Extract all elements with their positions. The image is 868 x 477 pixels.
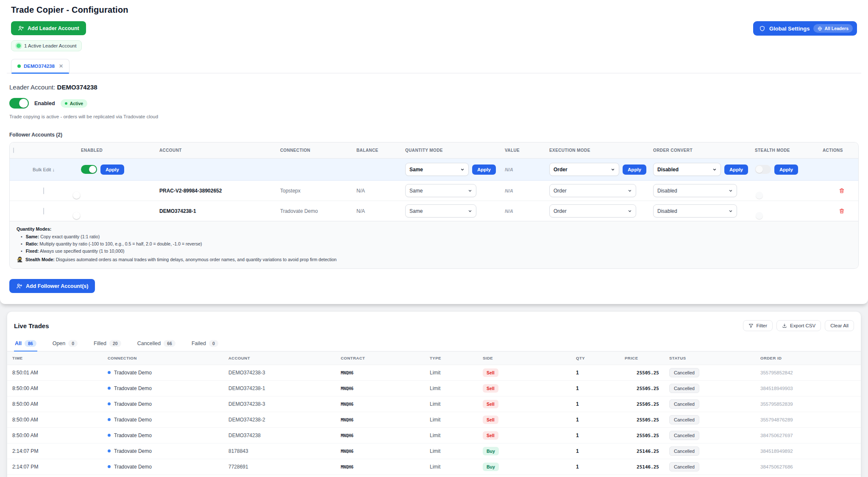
tab-open[interactable]: Open0 bbox=[52, 336, 78, 351]
status-badge: Cancelled bbox=[669, 446, 699, 456]
bulk-execution-apply-button[interactable]: Apply bbox=[623, 165, 646, 175]
trade-time: 8:50:00 AM bbox=[7, 428, 103, 444]
trade-order-id: 355795852842 bbox=[755, 365, 861, 381]
trade-order-id: 384518949903 bbox=[755, 381, 861, 396]
trash-icon bbox=[839, 208, 845, 214]
trade-connection: Tradovate Demo bbox=[114, 417, 152, 423]
connection-dot-icon bbox=[108, 418, 111, 421]
trade-account: DEMO374238 bbox=[223, 428, 336, 444]
connection-dot-icon bbox=[108, 449, 111, 452]
bulk-enabled-toggle[interactable] bbox=[81, 165, 97, 174]
trade-time: 8:50:00 AM bbox=[7, 396, 103, 412]
execution-mode-select[interactable]: Order bbox=[549, 204, 636, 218]
status-badge: Cancelled bbox=[669, 384, 699, 393]
bulk-stealth-toggle[interactable] bbox=[755, 165, 771, 174]
add-leader-account-button[interactable]: Add Leader Account bbox=[11, 21, 86, 35]
bulk-quantity-apply-button[interactable]: Apply bbox=[472, 165, 496, 175]
chevron-down-icon bbox=[628, 189, 632, 193]
trade-price: 25146.25 bbox=[620, 459, 664, 475]
tab-all[interactable]: All86 bbox=[14, 336, 37, 351]
trade-account: DEMO374238-1 bbox=[223, 381, 336, 396]
bulk-edit-row: Bulk Edit ↓ Apply Same Apply N/A Order bbox=[10, 159, 859, 181]
trade-connection: Tradovate Demo bbox=[114, 464, 152, 470]
trade-contract: MNQH6 bbox=[336, 459, 425, 475]
trade-time: 2:14:07 PM bbox=[7, 459, 103, 475]
trade-account: 8178843 bbox=[223, 444, 336, 459]
enabled-label: Enabled bbox=[34, 100, 55, 106]
chevron-down-icon bbox=[712, 167, 717, 172]
col-time: TIME bbox=[7, 351, 103, 365]
trade-qty: 1 bbox=[571, 396, 620, 412]
trade-order-id: 384750627686 bbox=[755, 459, 861, 475]
trade-type: Limit bbox=[425, 396, 478, 412]
trade-type: Limit bbox=[425, 459, 478, 475]
execution-mode-select[interactable]: Order bbox=[549, 184, 636, 197]
trade-connection: Tradovate Demo bbox=[114, 401, 152, 407]
trade-time: 8:50:01 AM bbox=[7, 365, 103, 381]
follower-account-name: PRAC-V2-89984-38902652 bbox=[159, 188, 222, 194]
shield-icon bbox=[759, 25, 765, 32]
col-type: TYPE bbox=[425, 351, 478, 365]
quantity-mode-select[interactable]: Same bbox=[405, 204, 476, 218]
tab-close-icon[interactable]: ✕ bbox=[59, 63, 63, 69]
chevron-down-icon bbox=[628, 209, 632, 213]
trash-icon bbox=[839, 187, 845, 194]
bulk-execution-mode-select[interactable]: Order bbox=[549, 163, 619, 176]
trade-connection: Tradovate Demo bbox=[114, 432, 152, 438]
trade-contract: MNQH6 bbox=[336, 365, 425, 381]
delete-follower-button[interactable] bbox=[839, 187, 845, 194]
trade-time: 2:14:07 PM bbox=[7, 444, 103, 459]
col-stealth-mode: STEALTH MODE bbox=[751, 142, 819, 159]
status-badge: Cancelled bbox=[669, 368, 699, 377]
bulk-quantity-mode-select[interactable]: Same bbox=[405, 163, 469, 176]
trade-contract: MNQH6 bbox=[336, 444, 425, 459]
select-all-checkbox[interactable] bbox=[13, 148, 14, 153]
global-settings-button[interactable]: Global Settings All Leaders bbox=[753, 21, 857, 36]
trade-row: 8:50:00 AM Tradovate Demo DEMO374238-3 M… bbox=[7, 396, 861, 412]
order-convert-select[interactable]: Disabled bbox=[653, 204, 737, 218]
tab-failed[interactable]: Failed0 bbox=[191, 336, 219, 351]
leader-tabbar: DEMO374238 ✕ bbox=[7, 59, 861, 73]
active-status-badge: Active bbox=[61, 99, 88, 108]
tab-leader-demo374238[interactable]: DEMO374238 ✕ bbox=[11, 59, 70, 73]
status-badge: Cancelled bbox=[669, 415, 699, 424]
tab-filled[interactable]: Filled20 bbox=[93, 336, 122, 351]
col-execution-mode: EXECUTION MODE bbox=[546, 142, 650, 159]
filter-icon bbox=[748, 323, 754, 328]
status-badge: Cancelled bbox=[669, 399, 699, 409]
col-connection: CONNECTION bbox=[103, 351, 223, 365]
trade-row: 8:50:00 AM Tradovate Demo DEMO374238-1 M… bbox=[7, 381, 861, 396]
row-checkbox[interactable] bbox=[43, 208, 44, 215]
quantity-mode-select[interactable]: Same bbox=[405, 184, 476, 197]
add-follower-accounts-button[interactable]: Add Follower Account(s) bbox=[9, 279, 95, 293]
col-account: ACCOUNT bbox=[156, 142, 277, 159]
bulk-stealth-apply-button[interactable]: Apply bbox=[774, 165, 798, 175]
bulk-convert-apply-button[interactable]: Apply bbox=[724, 165, 748, 175]
trade-time: 1:02:07 PM bbox=[7, 475, 103, 477]
side-badge: Sell bbox=[483, 431, 498, 440]
clear-all-button[interactable]: Clear All bbox=[825, 320, 854, 331]
copy-status-note: Trade copying is active - orders will be… bbox=[9, 114, 859, 119]
follower-row: PRAC-V2-89984-38902652 Topstepx N/A Same… bbox=[10, 181, 859, 201]
side-badge: Buy bbox=[483, 447, 499, 455]
tab-open-count: 0 bbox=[68, 340, 78, 347]
export-csv-button[interactable]: Export CSV bbox=[776, 320, 821, 331]
delete-follower-button[interactable] bbox=[839, 208, 845, 214]
row-checkbox[interactable] bbox=[43, 187, 44, 194]
bulk-order-convert-select[interactable]: Disabled bbox=[653, 163, 721, 176]
leader-enabled-toggle[interactable] bbox=[9, 98, 29, 109]
order-convert-select[interactable]: Disabled bbox=[653, 184, 737, 197]
bulk-enabled-apply-button[interactable]: Apply bbox=[100, 165, 124, 175]
ninja-icon: 🥷 bbox=[17, 257, 23, 262]
follower-balance: N/A bbox=[353, 201, 402, 221]
connection-dot-icon bbox=[108, 371, 111, 374]
status-badge: Cancelled bbox=[669, 431, 699, 440]
filter-button[interactable]: Filter bbox=[743, 320, 773, 331]
trade-price: 25505.25 bbox=[620, 365, 664, 381]
download-icon bbox=[782, 323, 787, 328]
live-trades-table: TIME CONNECTION ACCOUNT CONTRACT TYPE SI… bbox=[7, 351, 861, 477]
green-status-dot-icon bbox=[17, 44, 21, 48]
follower-connection: Tradovate Demo bbox=[277, 201, 353, 221]
follower-balance: N/A bbox=[353, 181, 402, 201]
tab-cancelled[interactable]: Cancelled66 bbox=[136, 336, 176, 351]
